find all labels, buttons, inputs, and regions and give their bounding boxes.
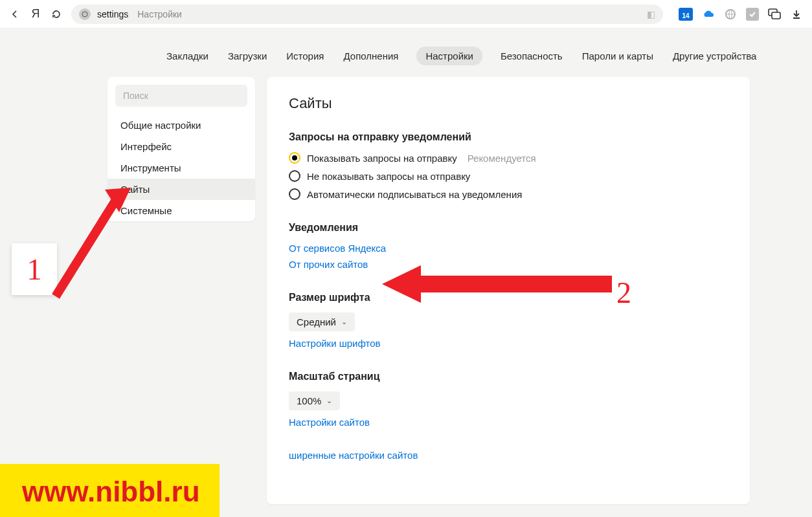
browser-toolbar: Я settings Настройки ◧ 14 [0, 0, 812, 28]
font-size-select[interactable]: Средний ⌄ [289, 313, 355, 331]
annotation-number: 1 [27, 252, 42, 287]
section-heading: Масштаб страниц [289, 371, 728, 382]
chevron-down-icon: ⌄ [326, 397, 332, 405]
reload-button[interactable] [51, 8, 62, 20]
yandex-home-button[interactable]: Я [30, 8, 41, 20]
site-icon [79, 8, 91, 20]
tab-downloads[interactable]: Загрузки [227, 47, 268, 65]
annotation-number: 2 [616, 276, 631, 309]
chat-extension-icon[interactable] [768, 8, 781, 21]
extension-icons: 14 [679, 8, 803, 21]
sidebar-item-system[interactable]: Системные [107, 200, 255, 221]
annotation-marker-2: 2 [616, 276, 631, 310]
tab-bookmarks[interactable]: Закладки [165, 47, 210, 65]
radio-note: Рекомендуется [468, 153, 536, 164]
sidebar-item-sites[interactable]: Сайты [107, 179, 255, 200]
tab-passwords[interactable]: Пароли и карты [581, 47, 655, 65]
page-title: Сайты [289, 95, 728, 112]
link-font-settings[interactable]: Настройки шрифтов [289, 338, 728, 349]
radio-row-auto[interactable]: Автоматически подписываться на уведомлен… [289, 188, 728, 200]
watermark-text: www.nibbl.ru [22, 476, 200, 507]
section-heading: Размер шрифта [289, 292, 728, 303]
back-button[interactable] [9, 8, 21, 20]
radio-icon [289, 188, 300, 200]
settings-tabs: Закладки Загрузки История Дополнения Нас… [0, 47, 812, 65]
zoom-select[interactable]: 100% ⌄ [289, 391, 340, 410]
settings-main: Сайты Запросы на отправку уведомлений По… [267, 77, 750, 504]
bookmark-icon[interactable]: ◧ [647, 9, 655, 19]
link-other-sites[interactable]: От прочих сайтов [289, 259, 728, 270]
section-zoom: Масштаб страниц 100% ⌄ Настройки сайтов [289, 371, 728, 428]
select-value: 100% [297, 395, 321, 406]
radio-label: Не показывать запросы на отправку [307, 171, 470, 182]
url-prefix: settings [97, 9, 128, 19]
link-site-settings[interactable]: Настройки сайтов [289, 417, 728, 428]
section-notifications: Уведомления От сервисов Яндекса От прочи… [289, 222, 728, 270]
radio-label: Показывать запросы на отправку [307, 153, 457, 164]
section-font: Размер шрифта Средний ⌄ Настройки шрифто… [289, 292, 728, 349]
section-advanced-hint: ширенные настройки сайтов [289, 450, 728, 461]
globe-extension-icon[interactable] [724, 8, 737, 21]
check-extension-icon[interactable] [746, 8, 759, 21]
url-title: Настройки [137, 9, 182, 19]
address-bar[interactable]: settings Настройки ◧ [71, 5, 663, 24]
download-icon[interactable] [790, 8, 803, 21]
tab-addons[interactable]: Дополнения [342, 47, 400, 65]
select-value: Средний [297, 316, 336, 327]
radio-label: Автоматически подписываться на уведомлен… [307, 189, 522, 200]
calendar-extension-icon[interactable]: 14 [679, 8, 693, 21]
sidebar-item-general[interactable]: Общие настройки [107, 115, 255, 136]
settings-sidebar: Общие настройки Интерфейс Инструменты Са… [107, 77, 255, 221]
tab-settings[interactable]: Настройки [416, 47, 482, 65]
section-heading: Уведомления [289, 222, 728, 234]
radio-row-hide[interactable]: Не показывать запросы на отправку [289, 170, 728, 182]
link-advanced-settings-partial[interactable]: ширенные настройки сайтов [289, 450, 728, 461]
radio-icon [289, 152, 300, 164]
cloud-extension-icon[interactable] [702, 8, 715, 21]
tab-other-devices[interactable]: Другие устройства [671, 47, 758, 65]
watermark: www.nibbl.ru [0, 464, 220, 517]
search-input[interactable] [115, 85, 247, 107]
sidebar-item-tools[interactable]: Инструменты [107, 157, 255, 179]
radio-icon [289, 170, 300, 182]
tab-history[interactable]: История [285, 47, 325, 65]
chevron-down-icon: ⌄ [341, 318, 347, 326]
svg-point-0 [82, 12, 87, 17]
annotation-marker-1: 1 [12, 243, 57, 295]
calendar-badge: 14 [682, 12, 689, 19]
section-notification-requests: Запросы на отправку уведомлений Показыва… [289, 131, 728, 200]
link-yandex-services[interactable]: От сервисов Яндекса [289, 243, 728, 254]
radio-row-show[interactable]: Показывать запросы на отправку Рекоменду… [289, 152, 728, 164]
svg-rect-3 [772, 12, 780, 19]
sidebar-item-interface[interactable]: Интерфейс [107, 136, 255, 157]
tab-security[interactable]: Безопасность [499, 47, 564, 65]
section-heading: Запросы на отправку уведомлений [289, 131, 728, 143]
